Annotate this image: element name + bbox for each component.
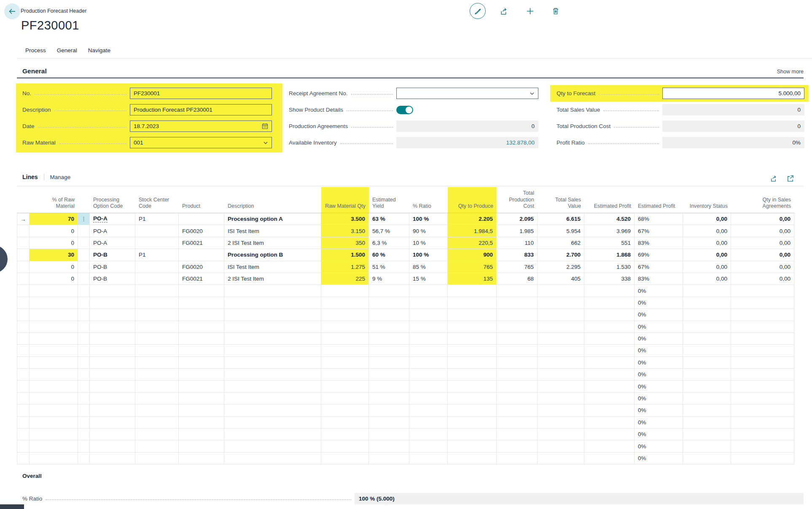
no-field[interactable]: PF230001 [130, 88, 272, 99]
cell-est_profit_pct[interactable]: 68% [635, 213, 683, 225]
cell-raw_qty[interactable]: 1.275 [321, 261, 369, 273]
cell-pct_raw[interactable]: 0 [30, 273, 78, 285]
cell-kebab[interactable] [78, 249, 90, 261]
cell-proc[interactable]: PO-B [90, 249, 135, 261]
back-button[interactable] [4, 3, 20, 19]
cell-proc[interactable]: PO-B [90, 261, 135, 273]
menu-general[interactable]: General [57, 47, 77, 54]
col-header-pct_raw[interactable]: % of Raw Material [30, 187, 78, 213]
tab-manage[interactable]: Manage [50, 174, 71, 180]
new-button[interactable] [525, 6, 535, 16]
col-header-product[interactable]: Product [179, 187, 224, 213]
cell-qty_produce[interactable]: 900 [448, 249, 497, 261]
tab-lines[interactable]: Lines [22, 174, 38, 180]
cell-pct_raw[interactable]: 0 [30, 261, 78, 273]
cell-sales_value[interactable]: 5.954 [538, 225, 584, 237]
cell-stock[interactable] [135, 225, 179, 237]
cell-ratio[interactable]: 85 % [409, 261, 448, 273]
cell-product[interactable] [179, 213, 224, 225]
col-header-inv_status[interactable]: Inventory Status [683, 187, 731, 213]
cell-qty_produce[interactable]: 220,5 [448, 237, 497, 249]
cell-qty_sales[interactable]: 0,00 [731, 225, 794, 237]
lines-share-button[interactable] [770, 174, 778, 182]
col-header-sales_value[interactable]: Total Sales Value [538, 187, 584, 213]
col-header-est_profit_pct[interactable]: Estimated Profit [635, 187, 683, 213]
cell-prod_cost[interactable]: 1.985 [497, 225, 538, 237]
cell-sales_value[interactable]: 2.700 [538, 249, 584, 261]
cell-kebab[interactable] [78, 273, 90, 285]
cell-est_profit[interactable]: 1.530 [584, 261, 635, 273]
cell-prod_cost[interactable]: 68 [497, 273, 538, 285]
cell-est_profit[interactable]: 3.969 [584, 225, 635, 237]
cell-est_profit_pct[interactable]: 67% [635, 261, 683, 273]
cell-inv_status[interactable]: 0,00 [683, 225, 731, 237]
col-header-qty_produce[interactable]: Qty to Produce [448, 187, 497, 213]
cell-product[interactable]: FG0020 [179, 225, 224, 237]
cell-pct_raw[interactable]: 0 [30, 225, 78, 237]
cell-desc[interactable]: 2 ISI Test Item [224, 237, 321, 249]
cell-prod_cost[interactable]: 765 [497, 261, 538, 273]
cell-prod_cost[interactable]: 833 [497, 249, 538, 261]
cell-est_profit_pct[interactable]: 69% [635, 249, 683, 261]
cell-stock[interactable]: P1 [135, 213, 179, 225]
edit-button[interactable] [470, 3, 486, 19]
col-header-proc[interactable]: Processing Option Code [90, 187, 135, 213]
cell-raw_qty[interactable]: 3.500 [321, 213, 369, 225]
cell-qty_sales[interactable]: 0,00 [731, 249, 794, 261]
cell-yield_pct[interactable]: 63 % [369, 213, 409, 225]
cell-pct_raw[interactable]: 0 [30, 237, 78, 249]
cell-stock[interactable] [135, 273, 179, 285]
cell-ratio[interactable]: 100 % [409, 249, 448, 261]
cell-inv_status[interactable]: 0,00 [683, 237, 731, 249]
cell-stock[interactable] [135, 237, 179, 249]
cell-yield_pct[interactable]: 60 % [369, 249, 409, 261]
cell-qty_produce[interactable]: 135 [448, 273, 497, 285]
cell-raw_qty[interactable]: 3.150 [321, 225, 369, 237]
cell-proc[interactable]: PO-A [90, 237, 135, 249]
cell-pct_raw[interactable]: 30 [30, 249, 78, 261]
cell-qty_produce[interactable]: 2.205 [448, 213, 497, 225]
cell-est_profit[interactable]: 1.868 [584, 249, 635, 261]
cell-inv_status[interactable]: 0,00 [683, 249, 731, 261]
col-header-desc[interactable]: Description [224, 187, 321, 213]
qty-to-forecast-field[interactable]: 5.000,00 [662, 88, 804, 99]
col-header-est_profit[interactable]: Estimated Profit [584, 187, 635, 213]
cell-yield_pct[interactable]: 56,7 % [369, 225, 409, 237]
cell-desc[interactable]: 2 ISI Test Item [224, 273, 321, 285]
col-header-yield_pct[interactable]: Estimated Yield [369, 187, 409, 213]
cell-est_profit[interactable]: 551 [584, 237, 635, 249]
cell-inv_status[interactable]: 0,00 [683, 273, 731, 285]
cell-qty_sales[interactable]: 0,00 [731, 213, 794, 225]
col-header-prod_cost[interactable]: Total Production Cost [497, 187, 538, 213]
cell-est_profit_pct[interactable]: 67% [635, 225, 683, 237]
cell-qty_sales[interactable]: 0,00 [731, 261, 794, 273]
cell-desc[interactable]: ISI Test Item [224, 261, 321, 273]
cell-inv_status[interactable]: 0,00 [683, 261, 731, 273]
cell-proc[interactable]: PO-A [90, 213, 135, 225]
cell-qty_sales[interactable]: 0,00 [731, 237, 794, 249]
cell-kebab[interactable]: ⋮ [78, 213, 90, 225]
col-header-stock[interactable]: Stock Center Code [135, 187, 179, 213]
cell-ratio[interactable]: 10 % [409, 237, 448, 249]
col-header-raw_qty[interactable]: Raw Material Qty [321, 187, 369, 213]
show-product-details-toggle[interactable] [396, 106, 413, 114]
cell-yield_pct[interactable]: 6,3 % [369, 237, 409, 249]
cell-stock[interactable]: P1 [135, 249, 179, 261]
cell-desc[interactable]: Processing option B [224, 249, 321, 261]
menu-navigate[interactable]: Navigate [88, 47, 110, 54]
cell-product[interactable]: FG0020 [179, 261, 224, 273]
receipt-agreement-no-field[interactable] [396, 88, 538, 99]
cell-est_profit[interactable]: 4.520 [584, 213, 635, 225]
cell-qty_produce[interactable]: 765 [448, 261, 497, 273]
cell-product[interactable]: FG0021 [179, 237, 224, 249]
cell-sales_value[interactable]: 662 [538, 237, 584, 249]
lines-open-in-new-button[interactable] [786, 174, 794, 182]
cell-ratio[interactable]: 15 % [409, 273, 448, 285]
cell-kebab[interactable] [78, 261, 90, 273]
cell-stock[interactable] [135, 261, 179, 273]
cell-prod_cost[interactable]: 2.095 [497, 213, 538, 225]
share-button[interactable] [499, 6, 508, 16]
date-field[interactable]: 18.7.2023 [130, 121, 272, 132]
cell-sales_value[interactable]: 2.295 [538, 261, 584, 273]
cell-raw_qty[interactable]: 350 [321, 237, 369, 249]
